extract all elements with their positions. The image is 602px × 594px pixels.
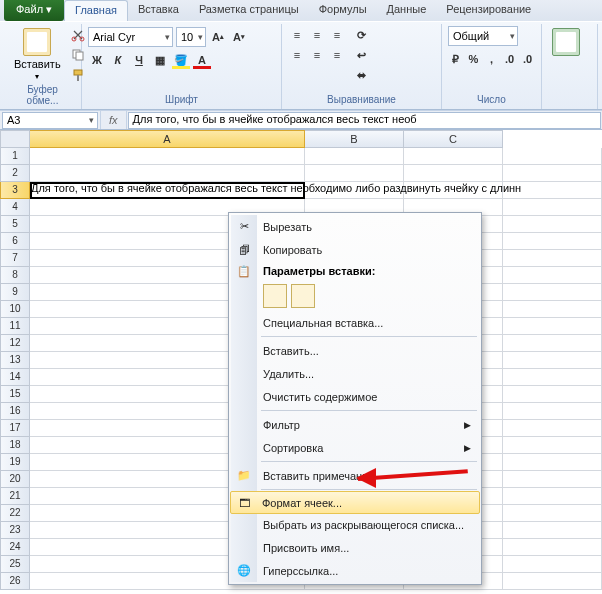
cell[interactable] xyxy=(503,182,602,199)
cell[interactable] xyxy=(503,165,602,182)
name-box[interactable]: A3 xyxy=(2,112,98,129)
row-header[interactable]: 20 xyxy=(0,471,30,488)
ctx-cut[interactable]: ✂ Вырезать xyxy=(231,215,479,238)
cell[interactable] xyxy=(503,505,602,522)
cell[interactable] xyxy=(503,386,602,403)
row-header[interactable]: 12 xyxy=(0,335,30,352)
cell[interactable] xyxy=(503,471,602,488)
tab-home[interactable]: Главная xyxy=(64,0,128,21)
ctx-copy[interactable]: 🗐 Копировать xyxy=(231,238,479,261)
grow-font-button[interactable]: A▴ xyxy=(209,28,227,46)
cell[interactable] xyxy=(503,556,602,573)
italic-button[interactable]: К xyxy=(109,51,127,69)
underline-button[interactable]: Ч xyxy=(130,51,148,69)
increase-decimal-button[interactable]: .0 xyxy=(502,50,517,68)
col-header-C[interactable]: C xyxy=(404,130,503,148)
row-header[interactable]: 14 xyxy=(0,369,30,386)
row-header[interactable]: 13 xyxy=(0,352,30,369)
align-top-button[interactable]: ≡ xyxy=(288,26,306,44)
row-header[interactable]: 15 xyxy=(0,386,30,403)
font-name-combo[interactable]: Arial Cyr xyxy=(88,27,173,47)
cell[interactable] xyxy=(503,488,602,505)
cell[interactable] xyxy=(503,284,602,301)
row-header[interactable]: 2 xyxy=(0,165,30,182)
align-bottom-button[interactable]: ≡ xyxy=(328,26,346,44)
cell[interactable] xyxy=(503,318,602,335)
file-tab[interactable]: Файл ▾ xyxy=(4,0,64,21)
cell[interactable] xyxy=(404,182,503,199)
ctx-delete[interactable]: Удалить... xyxy=(231,362,479,385)
paste-option-1[interactable] xyxy=(263,284,287,308)
align-left-button[interactable]: ≡ xyxy=(288,46,306,64)
cell[interactable] xyxy=(30,148,305,165)
shrink-font-button[interactable]: A▾ xyxy=(230,28,248,46)
cell[interactable] xyxy=(503,403,602,420)
cell[interactable] xyxy=(503,420,602,437)
cell[interactable] xyxy=(503,539,602,556)
row-header[interactable]: 18 xyxy=(0,437,30,454)
cell[interactable] xyxy=(404,165,503,182)
ctx-hyperlink[interactable]: 🌐 Гиперссылка... xyxy=(231,559,479,582)
align-middle-button[interactable]: ≡ xyxy=(308,26,326,44)
row-header[interactable]: 9 xyxy=(0,284,30,301)
tab-review[interactable]: Рецензирование xyxy=(436,0,541,21)
cell[interactable] xyxy=(30,165,305,182)
row-header[interactable]: 8 xyxy=(0,267,30,284)
cond-format-button[interactable] xyxy=(548,26,584,107)
cell[interactable] xyxy=(503,522,602,539)
cell[interactable] xyxy=(305,148,404,165)
merge-button[interactable]: ⬌ xyxy=(352,66,370,84)
ctx-paste-special[interactable]: Специальная вставка... xyxy=(231,311,479,334)
row-header[interactable]: 24 xyxy=(0,539,30,556)
select-all-corner[interactable] xyxy=(0,130,30,148)
cell[interactable] xyxy=(503,573,602,590)
font-color-button[interactable]: A xyxy=(193,51,211,69)
fill-color-button[interactable]: 🪣 xyxy=(172,51,190,69)
ctx-filter[interactable]: Фильтр▶ xyxy=(231,413,479,436)
row-header[interactable]: 26 xyxy=(0,573,30,590)
bold-button[interactable]: Ж xyxy=(88,51,106,69)
cell[interactable] xyxy=(503,216,602,233)
align-right-button[interactable]: ≡ xyxy=(328,46,346,64)
cell[interactable] xyxy=(305,165,404,182)
row-header[interactable]: 23 xyxy=(0,522,30,539)
row-header[interactable]: 3 xyxy=(0,182,30,199)
cell[interactable] xyxy=(503,267,602,284)
align-center-button[interactable]: ≡ xyxy=(308,46,326,64)
font-size-combo[interactable]: 10 xyxy=(176,27,206,47)
col-header-B[interactable]: B xyxy=(305,130,404,148)
row-header[interactable]: 19 xyxy=(0,454,30,471)
cell[interactable] xyxy=(305,182,404,199)
row-header[interactable]: 4 xyxy=(0,199,30,216)
row-header[interactable]: 25 xyxy=(0,556,30,573)
cell[interactable] xyxy=(503,250,602,267)
fx-icon[interactable]: fx xyxy=(100,111,127,129)
cell[interactable] xyxy=(503,352,602,369)
row-header[interactable]: 6 xyxy=(0,233,30,250)
cell[interactable] xyxy=(503,199,602,216)
comma-button[interactable]: , xyxy=(484,50,499,68)
ctx-pick-list[interactable]: Выбрать из раскрывающегося списка... xyxy=(231,513,479,536)
tab-formulas[interactable]: Формулы xyxy=(309,0,377,21)
col-header-A[interactable]: A xyxy=(30,130,305,148)
row-header[interactable]: 1 xyxy=(0,148,30,165)
ctx-comment[interactable]: 📁 Вставить примечание xyxy=(231,464,479,487)
currency-button[interactable]: ₽ xyxy=(448,50,463,68)
wrap-text-button[interactable]: ↩ xyxy=(352,46,370,64)
cell[interactable] xyxy=(503,454,602,471)
row-header[interactable]: 7 xyxy=(0,250,30,267)
ctx-define-name[interactable]: Присвоить имя... xyxy=(231,536,479,559)
row-header[interactable]: 11 xyxy=(0,318,30,335)
cell[interactable] xyxy=(503,369,602,386)
row-header[interactable]: 22 xyxy=(0,505,30,522)
ctx-format-cells[interactable]: 🗔 Формат ячеек... xyxy=(230,491,480,514)
borders-button[interactable]: ▦ xyxy=(151,51,169,69)
formula-input[interactable]: Для того, что бы в ячейке отображался ве… xyxy=(128,112,601,129)
cell[interactable] xyxy=(30,182,305,199)
row-header[interactable]: 17 xyxy=(0,420,30,437)
tab-page-layout[interactable]: Разметка страницы xyxy=(189,0,309,21)
percent-button[interactable]: % xyxy=(466,50,481,68)
tab-data[interactable]: Данные xyxy=(377,0,437,21)
number-format-combo[interactable]: Общий xyxy=(448,26,518,46)
ctx-insert[interactable]: Вставить... xyxy=(231,339,479,362)
